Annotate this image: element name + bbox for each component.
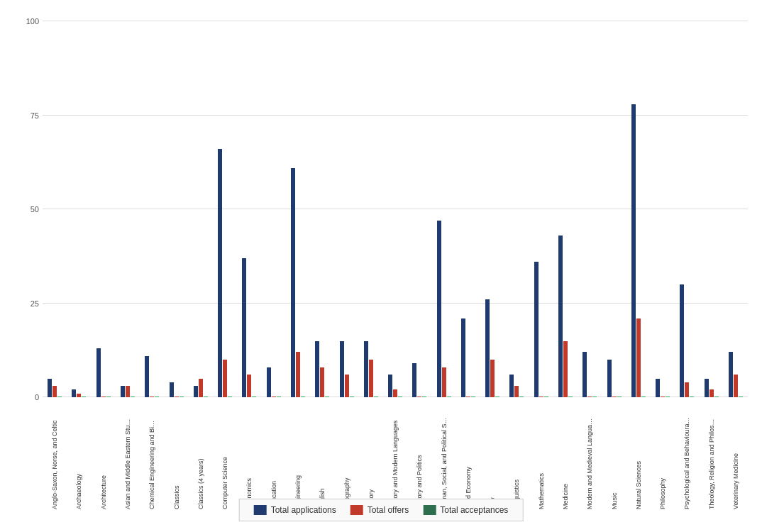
bar-group [675, 284, 699, 397]
bar [705, 379, 709, 398]
legend-item: Total acceptances [423, 505, 508, 515]
bar [199, 379, 203, 398]
x-label-wrap: Chemical Engineering and Biotechnology [140, 417, 164, 509]
x-label: Geography [343, 417, 350, 509]
bar [734, 375, 738, 397]
bar-group [43, 379, 67, 398]
y-tick-label: 25 [31, 299, 39, 308]
y-tick-label: 0 [35, 393, 39, 401]
x-label-wrap: English [310, 417, 334, 509]
bar [437, 221, 441, 397]
bar-group [504, 375, 529, 397]
bar [592, 397, 597, 397]
bar [422, 397, 426, 397]
bar [490, 360, 495, 397]
bar [607, 360, 612, 397]
bar-group [456, 318, 480, 397]
bar [539, 397, 543, 397]
bar [364, 341, 368, 398]
bar [631, 104, 636, 397]
x-label-wrap: Music [602, 417, 626, 509]
bar [369, 360, 373, 397]
bar [447, 397, 451, 397]
bar [296, 352, 300, 397]
bar [641, 397, 646, 397]
bar [587, 397, 592, 397]
bar [77, 394, 81, 397]
x-label: Architecture [100, 417, 107, 509]
bar-group [651, 379, 675, 398]
bar [145, 356, 149, 397]
bar-group [700, 379, 724, 398]
bar [320, 367, 324, 397]
bar-group [237, 258, 261, 397]
bar [558, 235, 563, 397]
bar [495, 397, 499, 397]
bar [48, 379, 52, 398]
legend-label: Total applications [271, 505, 336, 515]
bar [690, 397, 694, 397]
bar [170, 382, 174, 397]
bar [150, 397, 154, 397]
bar [612, 397, 617, 397]
bar-group [383, 375, 407, 397]
x-label: Land Economy [465, 417, 472, 509]
bar [461, 318, 465, 397]
bar [563, 341, 568, 398]
bar [57, 397, 62, 397]
x-label-wrap: Education [262, 417, 286, 509]
x-label-wrap: Computer Science [213, 417, 237, 509]
x-label: Music [611, 417, 618, 509]
bar [180, 397, 184, 397]
x-label-wrap: Engineering [286, 417, 310, 509]
legend-label: Total acceptances [440, 505, 508, 515]
legend-item: Total offers [350, 505, 409, 515]
bar-group [67, 389, 91, 397]
bar [685, 382, 689, 397]
bar [636, 318, 641, 397]
x-label-wrap: History and Politics [407, 417, 431, 509]
bar [661, 397, 665, 397]
x-label: Theology, Religion and Philosophy of Rel… [708, 417, 715, 509]
x-label-wrap: History and Modern Languages [383, 417, 407, 509]
bar [301, 397, 305, 397]
x-label: Computer Science [221, 417, 228, 509]
bar [252, 397, 256, 397]
y-tick-label: 50 [31, 205, 39, 214]
x-label-wrap: Veterinary Medicine [724, 417, 748, 509]
bar [417, 397, 421, 397]
x-label-wrap: Psychological and Behavioural Sciences [675, 417, 699, 509]
bar-group [529, 262, 553, 397]
x-label: History [368, 417, 375, 509]
x-label-wrap: Economics [237, 417, 261, 509]
bar-group [262, 367, 286, 397]
bar-group [116, 386, 140, 397]
x-label-wrap: Human, Social, and Political Sciences [432, 417, 456, 509]
bar [267, 367, 271, 397]
bar [471, 397, 475, 397]
bars-area [43, 21, 748, 397]
bar-group [213, 149, 237, 397]
bar-group [164, 382, 188, 397]
x-label: Linguistics [513, 417, 520, 509]
bar-group [432, 221, 456, 397]
bar [729, 352, 733, 397]
x-label-wrap: Law [480, 417, 504, 509]
x-label: Medicine [562, 417, 569, 509]
x-label-wrap: History [359, 417, 383, 509]
bar [617, 397, 622, 397]
y-tick-label: 100 [26, 17, 39, 26]
x-label: Archaeology [75, 417, 82, 509]
bar [519, 397, 524, 397]
x-label: Veterinary Medicine [732, 417, 739, 509]
bar-group [602, 360, 626, 397]
bar [277, 397, 281, 397]
x-label: Education [270, 417, 277, 509]
chart-area: 0255075100 Anglo-Saxon, Norse, and Celti… [43, 21, 748, 419]
x-label-wrap: Geography [334, 417, 358, 509]
x-label-wrap: Archaeology [67, 417, 91, 509]
legend-item: Total applications [254, 505, 336, 515]
bar-group [407, 363, 431, 397]
bar [544, 397, 548, 397]
bar-group [359, 341, 383, 398]
